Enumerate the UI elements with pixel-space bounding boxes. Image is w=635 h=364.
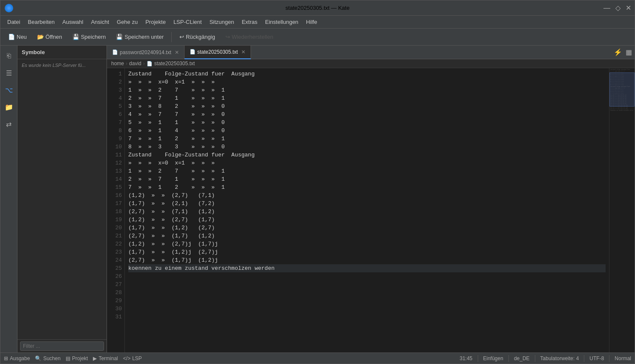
code-line: 4 » » 7 7 » » » 0 — [128, 110, 606, 118]
sidebar-icons: ⎗ ☰ ⌥ 📁 ⇄ — [0, 46, 17, 352]
side-panel-message: Es wurde kein LSP-Server fü... — [17, 59, 107, 71]
toolbar: 📄 Neu 📂 Öffnen 💾 Speichern 💾 Speichern u… — [0, 29, 635, 46]
menu-item-projekte[interactable]: Projekte — [142, 17, 169, 26]
app-icon — [5, 4, 13, 12]
menu-item-extras[interactable]: Extras — [238, 17, 261, 26]
git-icon[interactable]: ⌥ — [2, 83, 16, 97]
input-mode[interactable]: Einfügen — [483, 355, 503, 361]
minimap-content: Zustand Folge-Zustand fuer » » » x=0 x=1… — [609, 68, 635, 352]
line-number: 28 — [107, 289, 122, 297]
menu-item-hilfe[interactable]: Hilfe — [303, 17, 320, 26]
code-line: 2 » » 7 1 » » » 1 — [128, 175, 606, 183]
editor-area: 📄 password20240914.txt ✕ 📄 state20250305… — [107, 46, 635, 352]
code-line: 5 » » 1 1 » » » 0 — [128, 118, 606, 127]
code-area[interactable]: Zustand Folge-Zustand fuer Ausgang» » » … — [125, 68, 609, 352]
tab-state[interactable]: 📄 state20250305.txt ✕ — [185, 46, 251, 59]
tab-actions: ⚡ ▦ — [614, 48, 635, 56]
menu-item-datei[interactable]: Datei — [4, 17, 23, 26]
menu-item-bearbeiten[interactable]: Bearbeiten — [24, 17, 58, 26]
status-sep5 — [609, 355, 609, 362]
line-number: 6 — [107, 110, 122, 118]
search-button[interactable]: 🔍 Suchen — [35, 355, 61, 361]
menu-item-einstellungen[interactable]: Einstellungen — [262, 17, 302, 26]
redo-icon: ↪ — [225, 34, 230, 40]
line-number: 22 — [107, 240, 122, 248]
editor-content[interactable]: 1234567891011121314151617181920212223242… — [107, 68, 635, 352]
code-line: (1,2) » » (2,7) (7,1) — [128, 191, 606, 199]
code-line: 3 » » 8 2 » » » 0 — [128, 102, 606, 110]
edit-mode[interactable]: Normal — [615, 355, 631, 361]
tabs-bar: 📄 password20240914.txt ✕ 📄 state20250305… — [107, 46, 635, 59]
menubar: DateiBearbeitenAuswahlAnsichtGehe zuProj… — [0, 16, 635, 29]
status-sep3 — [535, 355, 535, 362]
documents-icon[interactable]: ⎗ — [2, 49, 16, 63]
menu-item-sitzungen[interactable]: Sitzungen — [206, 17, 237, 26]
status-sep4 — [584, 355, 584, 362]
line-number: 19 — [107, 216, 122, 224]
line-number: 24 — [107, 256, 122, 264]
project-button[interactable]: ▤ Projekt — [66, 355, 88, 361]
menu-item-lspclient[interactable]: LSP-CLient — [170, 17, 205, 26]
side-panel-filter — [17, 339, 107, 352]
save-as-icon: 💾 — [116, 34, 123, 40]
code-line: 2 » » 7 1 » » » 1 — [128, 94, 606, 102]
filter-input[interactable] — [20, 341, 104, 351]
tab-new-icon[interactable]: ⚡ — [614, 48, 622, 56]
plugin-icon[interactable]: ⇄ — [2, 117, 16, 131]
titlebar-controls[interactable]: — ◇ ✕ — [603, 4, 631, 12]
line-number: 4 — [107, 94, 122, 102]
minimize-button[interactable]: — — [603, 4, 610, 12]
line-number: 3 — [107, 86, 122, 94]
code-line: (2,7) » » (1,7) (1,2) — [128, 232, 606, 240]
breadcrumb-david[interactable]: david — [129, 61, 141, 66]
language[interactable]: de_DE — [514, 355, 530, 361]
new-button[interactable]: 📄 Neu — [4, 32, 31, 42]
tab-layout-icon[interactable]: ▦ — [626, 48, 632, 56]
open-button[interactable]: 📂 Öffnen — [33, 32, 66, 42]
tab-close-password[interactable]: ✕ — [175, 49, 179, 55]
breadcrumb-file[interactable]: state20250305.txt — [154, 61, 195, 66]
tab-info[interactable]: Tabulatorweite: 4 — [540, 355, 579, 361]
code-line: (1,7) » » (1,2) (2,7) — [128, 224, 606, 232]
breadcrumb-file-icon: 📄 — [147, 61, 153, 66]
status-sep1 — [478, 355, 478, 362]
tab-password[interactable]: 📄 password20240914.txt ✕ — [107, 46, 185, 59]
code-line: koennen zu einem zustand verschmolzen we… — [128, 264, 606, 272]
tab-close-state[interactable]: ✕ — [241, 49, 245, 55]
line-number: 25 — [107, 264, 122, 272]
line-number: 11 — [107, 151, 122, 159]
folder-icon[interactable]: 📁 — [2, 100, 16, 114]
main-window: state20250305.txt — Kate — ◇ ✕ DateiBear… — [0, 0, 635, 364]
menu-item-gehezu[interactable]: Gehe zu — [113, 17, 141, 26]
encoding[interactable]: UTF-8 — [589, 355, 604, 361]
minimap: Zustand Folge-Zustand fuer » » » x=0 x=1… — [609, 68, 635, 352]
line-number: 18 — [107, 208, 122, 216]
undo-button[interactable]: ↩ Rückgängig — [175, 32, 219, 42]
list-icon[interactable]: ☰ — [2, 66, 16, 80]
line-number: 9 — [107, 135, 122, 143]
project-icon: ▤ — [66, 355, 70, 361]
line-number: 14 — [107, 175, 122, 183]
cursor-position[interactable]: 31:45 — [459, 355, 472, 361]
line-number: 21 — [107, 232, 122, 240]
menu-item-ansicht[interactable]: Ansicht — [87, 17, 113, 26]
save-button[interactable]: 💾 Speichern — [68, 32, 110, 42]
lsp-button[interactable]: </> LSP — [123, 355, 142, 361]
close-button[interactable]: ✕ — [626, 4, 631, 12]
save-as-button[interactable]: 💾 Speichern unter — [112, 32, 168, 42]
side-panel: Symbole Es wurde kein LSP-Server fü... — [17, 46, 107, 352]
redo-button[interactable]: ↪ Wiederherstellen — [221, 32, 278, 42]
code-line: 1 » » 2 7 » » » 1 — [128, 167, 606, 175]
maximize-button[interactable]: ◇ — [615, 4, 621, 12]
breadcrumb-home[interactable]: home — [111, 61, 124, 66]
side-panel-title: Symbole — [17, 46, 107, 59]
code-line: 7 » » 1 2 » » » 1 — [128, 183, 606, 191]
terminal-button[interactable]: ▶ Terminal — [93, 355, 118, 361]
breadcrumb: home › david › 📄 state20250305.txt — [107, 59, 635, 68]
line-number: 23 — [107, 248, 122, 256]
menu-item-auswahl[interactable]: Auswahl — [59, 17, 87, 26]
terminal-icon: ▶ — [93, 355, 97, 361]
output-button[interactable]: ⊞ Ausgabe — [4, 355, 30, 361]
line-number: 12 — [107, 159, 122, 167]
code-line: (1,2) » » (2,7) (1,7) — [128, 216, 606, 224]
